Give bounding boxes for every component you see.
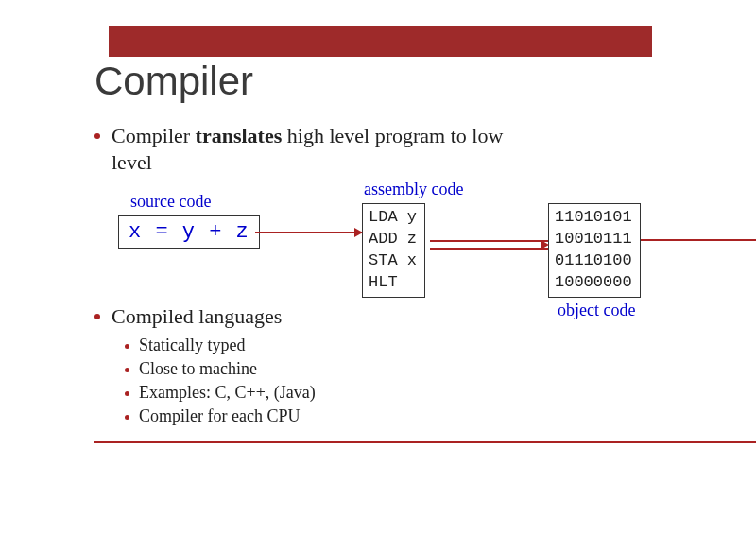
- object-code-label: object code: [558, 301, 635, 320]
- sub-bullet-item: Compiler for each CPU: [125, 406, 662, 426]
- bullet-item: Compiler translates high level program t…: [94, 123, 662, 175]
- compiler-diagram: source code assembly code object code x …: [113, 184, 756, 326]
- bullet-text: Compiler translates high level program t…: [112, 123, 518, 175]
- text-bold: translates: [196, 124, 283, 147]
- slide-title: Compiler: [94, 59, 253, 104]
- header-bar: [109, 26, 652, 57]
- source-code-box: x = y + z: [118, 215, 260, 249]
- assembly-code-box: LDA y ADD z STA x HLT: [362, 203, 425, 298]
- sub-bullet-text: Compiler for each CPU: [139, 406, 300, 426]
- arrow-head-icon: [354, 228, 363, 237]
- arrow-line: [430, 248, 548, 250]
- bullet-dot-icon: [125, 391, 129, 396]
- sub-bullet-text: Statically typed: [139, 336, 245, 355]
- bullet-dot-icon: [125, 344, 129, 349]
- arrow-head-icon: [541, 240, 549, 250]
- bullet-dot-icon: [125, 368, 129, 372]
- footer-rule: [94, 441, 756, 443]
- arrow-line: [636, 239, 756, 241]
- sub-bullet-item: Statically typed: [125, 336, 662, 355]
- bullet-dot-icon: [94, 314, 100, 319]
- sub-bullet-text: Examples: C, C++, (Java): [139, 383, 316, 403]
- bullet-dot-icon: [125, 415, 129, 420]
- sub-bullet-item: Close to machine: [125, 359, 662, 379]
- arrow-line: [255, 232, 362, 233]
- sub-bullet-item: Examples: C, C++, (Java): [125, 383, 662, 403]
- arrow-line: [430, 240, 548, 242]
- object-code-box: 11010101 10010111 01110100 10000000: [548, 203, 641, 298]
- text-segment: Compiler: [112, 124, 196, 147]
- source-code-label: source code: [130, 192, 211, 212]
- sub-bullet-text: Close to machine: [139, 359, 257, 379]
- bullet-dot-icon: [94, 133, 100, 139]
- assembly-code-label: assembly code: [364, 180, 463, 199]
